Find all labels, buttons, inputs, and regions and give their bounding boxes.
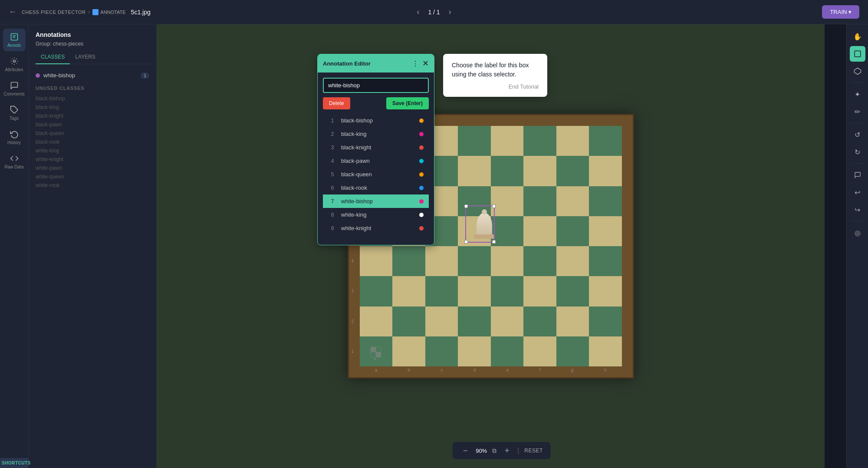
annotate-label: ANNOTATE <box>92 9 125 15</box>
save-button[interactable]: Save (Enter) <box>386 97 429 109</box>
class-list-name: black-knight <box>341 144 415 151</box>
next-image-button[interactable]: › <box>449 7 451 16</box>
svg-point-3 <box>13 60 15 63</box>
redo-button[interactable]: ↻ <box>850 144 865 160</box>
editor-title: Annotation Editor <box>323 60 371 67</box>
class-list-dot <box>419 145 424 150</box>
prev-image-button[interactable]: ‹ <box>417 7 419 16</box>
unused-class-black-queen[interactable]: black-queen <box>36 129 149 138</box>
class-list-item-black-queen[interactable]: 5 black-queen <box>323 168 429 181</box>
unused-class-black-king[interactable]: black-king <box>36 103 149 112</box>
zoom-out-button[interactable]: − <box>460 445 470 456</box>
delete-button[interactable]: Delete <box>323 97 350 109</box>
class-list-item-black-rook[interactable]: 6 black-rook <box>323 181 429 194</box>
class-list-dot <box>419 119 424 123</box>
class-list-name: white-bishop <box>341 198 415 204</box>
unused-class-black-pawn[interactable]: black-pawn <box>36 120 149 129</box>
comments-icon <box>10 81 19 90</box>
toolbar-divider-4 <box>851 221 864 221</box>
back-button[interactable]: ← <box>9 7 16 16</box>
class-list-dot <box>419 172 424 177</box>
unused-class-white-king[interactable]: white-king <box>36 146 149 155</box>
unused-class-white-queen[interactable]: white-queen <box>36 172 149 181</box>
class-count-badge: 1 <box>141 73 149 79</box>
editor-body: Delete Save (Enter) 1 black-bishop 2 bla… <box>318 73 434 245</box>
raw-data-icon <box>10 154 19 163</box>
class-list-item-black-king[interactable]: 2 black-king <box>323 127 429 141</box>
class-list-num: 7 <box>328 198 337 204</box>
svg-rect-8 <box>376 352 381 357</box>
brush-tool[interactable]: ✏ <box>850 104 865 119</box>
sidebar-item-annots[interactable]: Annots <box>3 29 26 51</box>
class-list-item-white-knight[interactable]: 9 white-knight <box>323 221 429 235</box>
magic-wand-tool[interactable]: ✦ <box>850 86 865 102</box>
unused-class-white-rook[interactable]: white-rook <box>36 181 149 190</box>
settings-tool[interactable]: ◎ <box>850 225 865 241</box>
board-labels-bottom: abcdefgh <box>360 368 622 376</box>
class-list-num: 3 <box>328 145 337 151</box>
tooltip-text: Choose the label for this box using the … <box>452 61 539 79</box>
sidebar-item-raw-data[interactable]: Raw Data <box>3 150 26 173</box>
toolbar-divider-3 <box>851 163 864 164</box>
sidebar-group: Group: chess-pieces <box>36 41 149 47</box>
sidebar-item-history[interactable]: History <box>3 126 26 148</box>
editor-menu-icon[interactable]: ⋮ <box>412 59 419 68</box>
class-list-num: 1 <box>328 118 337 124</box>
class-list-num: 4 <box>328 158 337 164</box>
class-color-dot <box>36 73 40 78</box>
class-list-item-white-king[interactable]: 8 white-king <box>323 208 429 221</box>
raw-data-label: Raw Data <box>5 165 24 169</box>
tooltip-box: Choose the label for this box using the … <box>443 54 547 97</box>
annots-icon <box>10 32 19 42</box>
sidebar-tabs: CLASSES LAYERS <box>29 50 156 64</box>
reset-button[interactable]: RESET <box>524 448 543 454</box>
class-name: white-bishop <box>43 72 75 79</box>
undo-button[interactable]: ↺ <box>850 127 865 142</box>
class-list-item-white-pawn[interactable]: 10 white-pawn <box>323 235 429 240</box>
hand-tool[interactable]: ✋ <box>850 29 865 44</box>
sidebar-item-tags[interactable]: Tags <box>3 102 26 124</box>
box-select-tool[interactable] <box>850 46 865 62</box>
tab-classes[interactable]: CLASSES <box>36 50 70 64</box>
project-name[interactable]: CHESS PIECE DETECTOR <box>22 10 85 15</box>
class-list-item-black-bishop[interactable]: 1 black-bishop <box>323 114 429 127</box>
unused-class-black-bishop[interactable]: black-bishop <box>36 94 149 103</box>
sidebar-content: white-bishop 1 UNUSED CLASSES black-bish… <box>29 64 156 468</box>
annotation-editor: Annotation Editor ⋮ ✕ Delete Save (Enter… <box>317 54 434 245</box>
rotate-left-button[interactable]: ↩ <box>850 185 865 200</box>
zoom-link-icon[interactable]: ⧉ <box>492 447 496 455</box>
zoom-in-button[interactable]: + <box>502 445 512 456</box>
polygon-tool[interactable] <box>850 63 865 79</box>
unused-class-black-rook[interactable]: black-rook <box>36 138 149 146</box>
canvas-bottom-toolbar: − 90% ⧉ + | RESET <box>452 442 551 459</box>
sidebar: Annotations Group: chess-pieces CLASSES … <box>29 24 157 468</box>
class-list-item-black-knight[interactable]: 3 black-knight <box>323 141 429 154</box>
unused-class-black-knight[interactable]: black-knight <box>36 112 149 120</box>
breadcrumb: CHESS PIECE DETECTOR › ANNOTATE <box>22 9 126 15</box>
unused-class-white-pawn[interactable]: white-pawn <box>36 164 149 172</box>
comments-label: Comments <box>3 92 24 96</box>
comment-tool[interactable] <box>850 167 865 183</box>
train-button[interactable]: TRAIN ▾ <box>822 5 859 19</box>
history-label: History <box>7 140 21 145</box>
active-class-item[interactable]: white-bishop 1 <box>36 69 149 81</box>
class-list-name: white-pawn <box>341 238 415 240</box>
end-tutorial-button[interactable]: End Tutorial <box>452 83 539 90</box>
class-list-dot <box>419 132 424 136</box>
class-input[interactable] <box>323 78 429 93</box>
annots-label: Annots <box>7 43 21 48</box>
class-list-num: 10 <box>328 239 337 240</box>
unused-class-white-knight[interactable]: white-knight <box>36 155 149 164</box>
sidebar-item-attributes[interactable]: Attributes <box>3 53 26 76</box>
class-list-item-black-pawn[interactable]: 4 black-pawn <box>323 154 429 168</box>
topbar: ← CHESS PIECE DETECTOR › ANNOTATE 5c1.jp… <box>0 0 868 24</box>
sidebar-item-comments[interactable]: Comments <box>3 77 26 100</box>
class-list-dot <box>419 186 424 190</box>
class-list-item-white-bishop[interactable]: 7 white-bishop <box>323 194 429 208</box>
class-list-num: 6 <box>328 185 337 191</box>
editor-close-icon[interactable]: ✕ <box>422 59 429 68</box>
rotate-right-button[interactable]: ↪ <box>850 202 865 218</box>
class-list-num: 9 <box>328 225 337 231</box>
class-list-num: 5 <box>328 171 337 178</box>
tab-layers[interactable]: LAYERS <box>70 50 100 64</box>
